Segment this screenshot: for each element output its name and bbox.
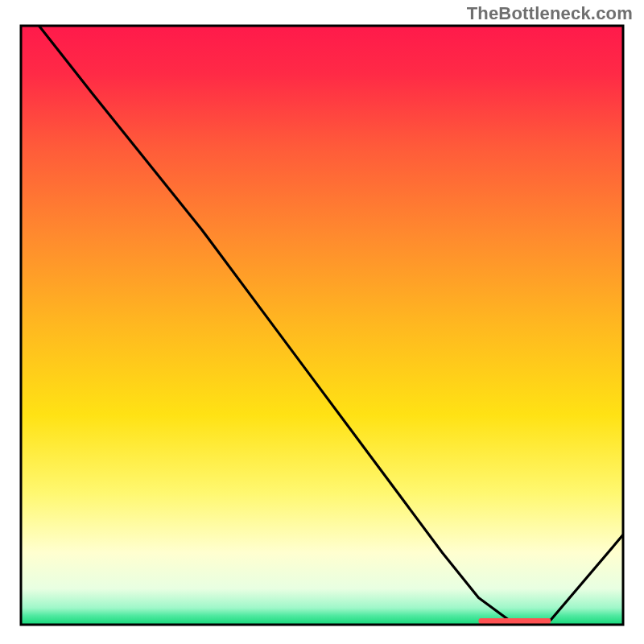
optimal-range-marker [478,618,551,624]
chart-svg [0,0,644,644]
bottleneck-chart: TheBottleneck.com [0,0,644,644]
watermark-text: TheBottleneck.com [467,3,633,24]
